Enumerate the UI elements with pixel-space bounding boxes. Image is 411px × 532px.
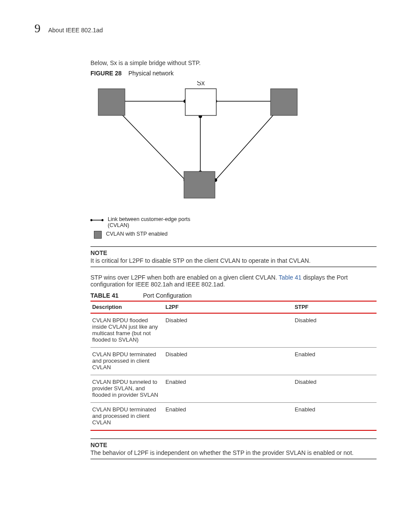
para-2: STP wins over L2PF when both are enabled… (90, 274, 377, 288)
legend-line-text: Link between customer-edge ports (CVLAN) (108, 216, 194, 228)
note-1-label: NOTE (90, 249, 377, 256)
table-row: CVLAN BPDU terminated and processed in c… (90, 348, 377, 375)
table-41-link[interactable]: Table 41 (279, 274, 302, 281)
cell-stpf: Enabled (293, 348, 377, 375)
note-2-text: The behavior of L2PF is independent on w… (90, 449, 377, 456)
th-l2pf: L2PF (164, 301, 293, 313)
intro-text: Below, Sx is a simple bridge without STP… (90, 59, 377, 66)
cell-desc: CVLAN BPDU flooded inside CVLAN just lik… (90, 313, 164, 348)
table-caption-text: Port Configuration (143, 292, 192, 299)
table-row: CVLAN BPDU terminated and processed in c… (90, 403, 377, 431)
svg-rect-15 (98, 89, 125, 115)
cell-l2pf: Enabled (164, 403, 293, 431)
svg-point-21 (102, 219, 104, 221)
cell-l2pf: Disabled (164, 313, 293, 348)
table-label: TABLE 41 (90, 292, 141, 299)
diagram-legend: Link between customer-edge ports (CVLAN)… (90, 216, 377, 239)
svg-rect-18 (185, 89, 216, 115)
cell-l2pf: Enabled (164, 375, 293, 403)
th-stpf: STPF (293, 301, 377, 313)
network-diagram: Sx Link between customer-edge ports (CVL… (90, 81, 377, 239)
legend-square-icon (94, 231, 102, 239)
note-1-text: It is critical for L2PF to disable STP o… (90, 257, 377, 264)
svg-line-6 (121, 113, 185, 180)
chapter-number: 9 (34, 22, 40, 35)
table-caption: TABLE 41 Port Configuration (90, 292, 377, 299)
cell-l2pf: Disabled (164, 348, 293, 375)
port-config-table: Description L2PF STPF CVLAN BPDU flooded… (90, 301, 377, 431)
svg-point-20 (90, 219, 93, 221)
svg-line-9 (215, 113, 275, 180)
note-1: NOTE It is critical for L2PF to disable … (90, 246, 377, 267)
cell-desc: CVLAN BPDU terminated and processed in c… (90, 348, 164, 375)
note-2-label: NOTE (90, 442, 377, 448)
figure-caption: FIGURE 28 Physical network (90, 70, 377, 77)
header-title: About IEEE 802.1ad (48, 27, 103, 34)
note-2: NOTE The behavior of L2PF is independent… (90, 439, 377, 459)
para-2-pre: STP wins over L2PF when both are enabled… (90, 274, 279, 281)
table-row: CVLAN BPDU tunneled to provider SVLAN, a… (90, 375, 377, 403)
legend-line-icon (90, 218, 103, 222)
cell-desc: CVLAN BPDU tunneled to provider SVLAN, a… (90, 375, 164, 403)
figure-label: FIGURE 28 (90, 70, 121, 77)
th-description: Description (90, 301, 164, 313)
cell-desc: CVLAN BPDU terminated and processed in c… (90, 403, 164, 431)
table-row: CVLAN BPDU flooded inside CVLAN just lik… (90, 313, 377, 348)
diagram-sx-label: Sx (197, 81, 205, 87)
svg-rect-16 (271, 89, 297, 115)
cell-stpf: Disabled (293, 375, 377, 403)
legend-square-text: CVLAN with STP enabled (106, 231, 168, 237)
cell-stpf: Disabled (293, 313, 377, 348)
page-header: 9 About IEEE 802.1ad (34, 22, 377, 35)
svg-rect-17 (184, 171, 215, 198)
cell-stpf: Enabled (293, 403, 377, 431)
figure-caption-text: Physical network (128, 70, 174, 77)
